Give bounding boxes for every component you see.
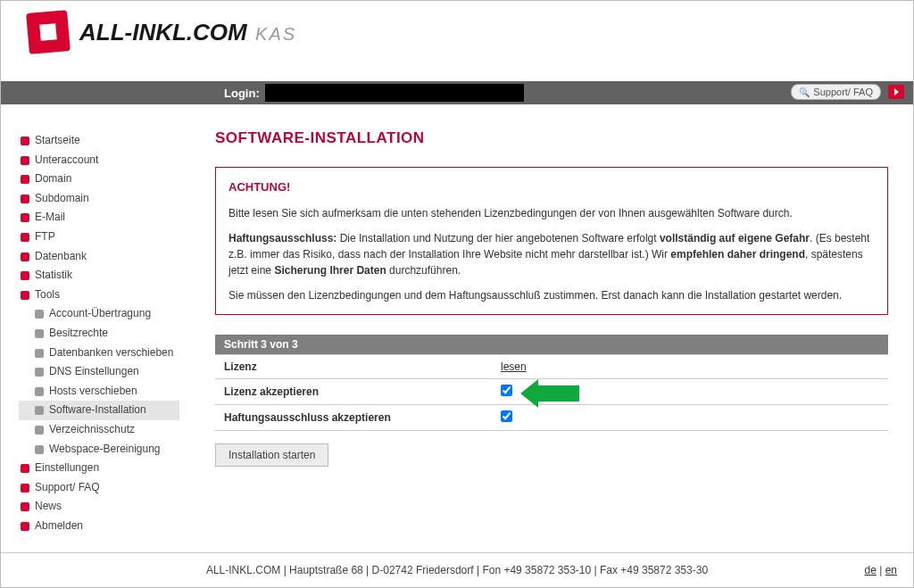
warning-p2: Haftungsausschluss: Die Installation und… (228, 230, 875, 278)
sidebar-item-label: Besitzrechte (49, 327, 108, 341)
install-form-table: Lizenz lesen Lizenz akzeptieren (215, 354, 888, 431)
login-label: Login: (224, 87, 260, 100)
sidebar-item-news[interactable]: News (19, 497, 179, 517)
bullet-icon (21, 195, 29, 203)
sidebar-item-dns-einstellungen[interactable]: DNS Einstellungen (19, 362, 179, 382)
row-accept-license: Lizenz akzeptieren (215, 378, 888, 404)
sidebar-item-label: Datenbanken verschieben (49, 346, 173, 360)
lang-de-link[interactable]: de (864, 564, 876, 576)
footer-text: ALL-INKL.COM | Hauptstraße 68 | D-02742 … (17, 564, 897, 576)
warning-heading: ACHTUNG! (228, 178, 875, 196)
sidebar-item-hosts-verschieben[interactable]: Hosts verschieben (19, 382, 179, 402)
sidebar-item-startseite[interactable]: Startseite (19, 131, 179, 151)
sidebar-item-besitzrechte[interactable]: Besitzrechte (19, 324, 179, 344)
sidebar-item-label: FTP (35, 230, 55, 244)
go-button[interactable] (888, 85, 904, 99)
bullet-icon (35, 329, 44, 338)
search-icon (799, 87, 810, 97)
bullet-icon (21, 233, 29, 242)
bullet-icon (35, 310, 44, 319)
accept-disclaimer-label: Haftungsausschluss akzeptieren (215, 404, 492, 430)
login-bar: Login: Support/ FAQ (1, 81, 913, 104)
bullet-icon (21, 175, 29, 184)
sidebar-item-account-bertragung[interactable]: Account-Übertragung (19, 304, 179, 324)
sidebar-item-datenbank[interactable]: Datenbank (19, 247, 179, 267)
sidebar-item-label: Datenbank (35, 250, 87, 264)
sidebar-item-subdomain[interactable]: Subdomain (19, 189, 179, 209)
sidebar-item-abmelden[interactable]: Abmelden (19, 517, 179, 536)
bullet-icon (35, 426, 44, 435)
warning-p2-prefix: Haftungsausschluss: (228, 232, 337, 244)
sidebar-item-label: Statistik (35, 269, 72, 283)
sidebar-item-label: Webspace-Bereinigung (49, 443, 161, 457)
annotation-arrow-icon (520, 379, 583, 406)
bullet-icon (21, 271, 29, 280)
sidebar-item-statistik[interactable]: Statistik (19, 266, 179, 286)
sidebar-item-label: Unteraccount (35, 153, 98, 168)
bullet-icon (35, 349, 44, 358)
install-start-button[interactable]: Installation starten (215, 443, 328, 467)
support-faq-label: Support/ FAQ (813, 87, 873, 97)
bullet-icon (21, 522, 29, 531)
sidebar-item-e-mail[interactable]: E-Mail (19, 208, 179, 228)
sidebar-item-software-installation[interactable]: Software-Installation (19, 401, 179, 420)
accept-license-checkbox[interactable] (501, 385, 512, 396)
sidebar-item-webspace-bereinigung[interactable]: Webspace-Bereinigung (19, 440, 179, 460)
warning-p1: Bitte lesen Sie sich aufmerksam die unte… (228, 205, 875, 221)
warning-p3: Sie müssen den Lizenzbedingungen und dem… (228, 287, 875, 303)
sidebar-item-label: Account-Übertragung (49, 307, 151, 321)
sidebar-item-verzeichnisschutz[interactable]: Verzeichnisschutz (19, 420, 179, 440)
header: ALL-INKL.COM KAS (1, 1, 913, 81)
sidebar-item-label: Domain (35, 172, 71, 186)
bullet-icon (35, 445, 44, 454)
language-switcher: de | en (864, 564, 897, 576)
sidebar-item-einstellungen[interactable]: Einstellungen (19, 459, 179, 478)
sidebar: StartseiteUnteraccountDomainSubdomainE-M… (10, 113, 187, 552)
sidebar-item-label: Subdomain (35, 192, 89, 206)
sidebar-item-label: Support/ FAQ (35, 481, 100, 495)
sidebar-item-datenbanken-verschieben[interactable]: Datenbanken verschieben (19, 344, 179, 363)
bullet-icon (35, 387, 44, 396)
lang-en-link[interactable]: en (885, 564, 897, 576)
step-indicator: Schritt 3 von 3 (215, 335, 888, 354)
sidebar-item-label: DNS Einstellungen (49, 365, 139, 379)
bullet-icon (21, 213, 29, 222)
bullet-icon (21, 253, 29, 261)
sidebar-item-label: Tools (35, 288, 60, 302)
row-accept-disclaimer: Haftungsausschluss akzeptieren (215, 404, 888, 430)
sidebar-item-ftp[interactable]: FTP (19, 228, 179, 247)
sidebar-item-tools[interactable]: Tools (19, 286, 179, 305)
row-license: Lizenz lesen (215, 354, 888, 378)
support-faq-link[interactable]: Support/ FAQ (791, 84, 881, 100)
login-user-redacted (265, 84, 524, 102)
bullet-icon (35, 406, 44, 415)
brand-subtext: KAS (255, 24, 296, 44)
bullet-icon (21, 502, 29, 511)
bullet-icon (35, 368, 44, 377)
sidebar-item-support-faq[interactable]: Support/ FAQ (19, 478, 179, 498)
warning-box: ACHTUNG! Bitte lesen Sie sich aufmerksam… (215, 167, 888, 315)
logo[interactable]: ALL-INKL.COM KAS (28, 12, 296, 53)
bullet-icon (21, 137, 29, 145)
sidebar-item-domain[interactable]: Domain (19, 170, 179, 189)
sidebar-item-label: E-Mail (35, 211, 65, 225)
sidebar-item-unteraccount[interactable]: Unteraccount (19, 151, 179, 170)
accept-disclaimer-checkbox[interactable] (501, 410, 512, 422)
brand-text: ALL-INKL.COM (79, 19, 247, 46)
sidebar-item-label: News (35, 500, 62, 514)
sidebar-item-label: Abmelden (35, 519, 83, 534)
bullet-icon (21, 464, 29, 473)
sidebar-item-label: Verzeichnisschutz (49, 423, 135, 437)
bullet-icon (21, 484, 29, 493)
bullet-icon (21, 291, 29, 300)
sidebar-item-label: Hosts verschieben (49, 385, 137, 399)
accept-license-label: Lizenz akzeptieren (215, 378, 492, 404)
page-title: SOFTWARE-INSTALLATION (215, 129, 888, 147)
bullet-icon (21, 156, 29, 165)
license-read-link[interactable]: lesen (501, 360, 527, 373)
footer: ALL-INKL.COM | Hauptstraße 68 | D-02742 … (1, 552, 913, 587)
logo-icon (26, 10, 71, 54)
main-content: SOFTWARE-INSTALLATION ACHTUNG! Bitte les… (187, 113, 904, 552)
sidebar-item-label: Software-Installation (49, 403, 146, 418)
sidebar-item-label: Startseite (35, 134, 80, 148)
